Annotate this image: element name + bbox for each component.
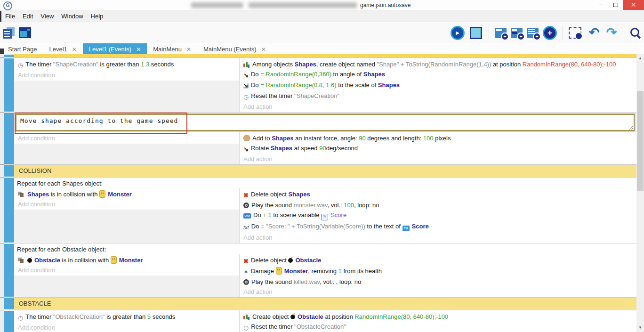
- remove-event-icon[interactable]: [569, 27, 581, 39]
- redo-icon[interactable]: [605, 27, 618, 39]
- add-condition-link[interactable]: Add condition: [14, 323, 239, 332]
- add-action-link[interactable]: Add action: [240, 154, 636, 164]
- action-line[interactable]: Delete object Obstacle: [240, 255, 636, 266]
- scroll-up-icon[interactable]: ▲: [636, 55, 644, 62]
- action-line[interactable]: Among objects Shapes, create object name…: [240, 59, 636, 69]
- action-line[interactable]: Reset the timer "ShapeCreation": [240, 91, 636, 102]
- menu-edit[interactable]: Edit: [20, 13, 38, 20]
- tab-mainmenu[interactable]: MainMenu: [147, 43, 197, 55]
- text-segment: = RandomInRange(0.8, 1.6): [260, 81, 337, 89]
- timer-icon: [243, 93, 249, 101]
- condition-line[interactable]: The timer "ObstacleCreation" is greater …: [14, 312, 239, 323]
- maximize-button-icon[interactable]: [608, 0, 623, 10]
- text-segment: Shapes: [378, 81, 400, 89]
- event-selection-bar[interactable]: [4, 244, 14, 297]
- resize-grip-icon[interactable]: [628, 124, 633, 130]
- action-line[interactable]: Add to Shapes an instant force, angle: 9…: [240, 133, 636, 143]
- tab-close-icon[interactable]: [136, 46, 141, 53]
- condition-line[interactable]: Obstacle is in collision with Monster: [14, 255, 239, 265]
- add-action-link[interactable]: Add action: [240, 102, 636, 112]
- text-segment: Rotate: [251, 145, 271, 152]
- action-line[interactable]: Do = "Score: " + ToString(Variable(Score…: [240, 221, 636, 233]
- scrollbar-thumb[interactable]: [637, 91, 644, 191]
- action-line[interactable]: Damage Monster, removing 1 from its heal…: [240, 266, 636, 277]
- menu-file[interactable]: File: [3, 13, 20, 20]
- monster-icon: [276, 267, 282, 275]
- comment-text-input[interactable]: Move shape according to the game speed: [16, 114, 635, 131]
- conditions-column: Obstacle is in collision with MonsterAdd…: [14, 254, 240, 297]
- text-segment: Play the sound: [251, 278, 294, 285]
- condition-line[interactable]: The timer "ShapeCreation" is greater tha…: [14, 59, 239, 70]
- undo-icon[interactable]: [588, 27, 601, 39]
- add-subevent-icon[interactable]: [511, 28, 523, 38]
- close-button-icon[interactable]: ✕: [623, 0, 644, 10]
- condition-line[interactable]: Shapes is in collision with Monster: [14, 189, 239, 199]
- menu-window[interactable]: Window: [59, 13, 88, 20]
- text-segment: Delete object: [251, 257, 289, 264]
- foreach-header[interactable]: Repeat for each Shapes object:: [14, 178, 636, 188]
- add-condition-link[interactable]: Add condition: [14, 199, 239, 210]
- add-action-link[interactable]: Add action: [240, 233, 636, 243]
- tab-mainmenu-events-[interactable]: MainMenu (Events): [197, 43, 272, 55]
- tab-close-icon[interactable]: [186, 46, 191, 53]
- action-line[interactable]: Play the sound monster.wav, vol.: 100, l…: [240, 200, 636, 210]
- text-segment: Shapes: [363, 71, 385, 78]
- action-line[interactable]: Delete object Shapes: [240, 189, 636, 200]
- action-line[interactable]: Do + 1 to scene variable Score: [240, 210, 636, 221]
- create-icon: [243, 62, 250, 67]
- scene-editor-icon[interactable]: [19, 27, 31, 38]
- section-label[interactable]: OBSTACLE: [14, 298, 636, 310]
- actions-column: Delete object ObstacleDamage Monster, re…: [240, 254, 636, 297]
- text-segment: , vol.: , loop: no: [320, 278, 361, 285]
- tab-level1[interactable]: Level1: [43, 43, 82, 55]
- text-segment: an instant force, angle:: [293, 135, 359, 142]
- event-selection-bar[interactable]: [4, 178, 14, 243]
- text-segment: Do: [251, 81, 260, 89]
- event-selection-bar[interactable]: [4, 311, 14, 332]
- menu-help[interactable]: Help: [89, 13, 109, 20]
- txt-icon: [243, 223, 249, 232]
- add-action-link[interactable]: Add action: [240, 287, 636, 297]
- action-line[interactable]: Play the sound killed.wav, vol.: , loop:…: [240, 277, 636, 287]
- add-other-event-icon[interactable]: [543, 26, 557, 40]
- toolbar-separator: [489, 26, 489, 40]
- action-line[interactable]: Reset the timer "ObstacleCreation": [240, 322, 636, 332]
- add-event-icon[interactable]: [495, 28, 507, 38]
- preview-play-icon[interactable]: [451, 26, 465, 40]
- action-line[interactable]: Do = RandomInRange(0.8, 1.6) to the scal…: [240, 80, 636, 91]
- event-selection-bar[interactable]: [4, 55, 14, 57]
- tab-level1-events-[interactable]: Level1 (Events): [83, 43, 147, 55]
- text-segment: degrees and length:: [366, 135, 423, 142]
- text-segment: Score: [330, 211, 346, 219]
- text-segment: 90: [319, 145, 326, 152]
- tab-close-icon[interactable]: [261, 46, 266, 53]
- search-icon[interactable]: [630, 27, 641, 39]
- minimize-button-icon[interactable]: –: [594, 0, 608, 10]
- event-selection-bar[interactable]: [4, 298, 14, 309]
- tab-close-icon[interactable]: [72, 46, 77, 53]
- open-project-icon[interactable]: [3, 27, 15, 39]
- action-line[interactable]: Do = RandomInRange(0,360) to angle of Sh…: [240, 69, 636, 80]
- text-segment: deg/second: [326, 145, 358, 152]
- empty-area: [14, 81, 239, 112]
- add-condition-link[interactable]: Add condition: [14, 70, 239, 81]
- event-selection-bar[interactable]: [4, 58, 14, 112]
- action-line[interactable]: Create object Obstacle at position Rando…: [240, 312, 636, 322]
- tab-start-page[interactable]: Start Page: [2, 43, 43, 55]
- add-condition-link[interactable]: Add condition: [14, 133, 239, 144]
- section-label[interactable]: COLLISION: [14, 165, 636, 177]
- event-selection-bar[interactable]: [4, 165, 14, 177]
- vertical-scrollbar[interactable]: ▲ ▼: [636, 54, 644, 332]
- menu-view[interactable]: View: [38, 13, 59, 20]
- debug-icon[interactable]: [470, 27, 482, 39]
- text-segment: , removing: [308, 267, 338, 275]
- add-condition-link[interactable]: Add condition: [14, 265, 239, 275]
- scroll-down-icon[interactable]: ▼: [636, 324, 644, 332]
- sound-icon: [243, 202, 249, 208]
- text-segment: 1: [338, 267, 342, 275]
- action-line[interactable]: Rotate Shapes at speed 90deg/second: [240, 143, 636, 154]
- text-segment: is greater than: [98, 61, 141, 68]
- event-selection-bar[interactable]: [4, 113, 14, 164]
- add-comment-icon[interactable]: [527, 28, 539, 38]
- foreach-header[interactable]: Repeat for each Obstacle object:: [14, 243, 636, 254]
